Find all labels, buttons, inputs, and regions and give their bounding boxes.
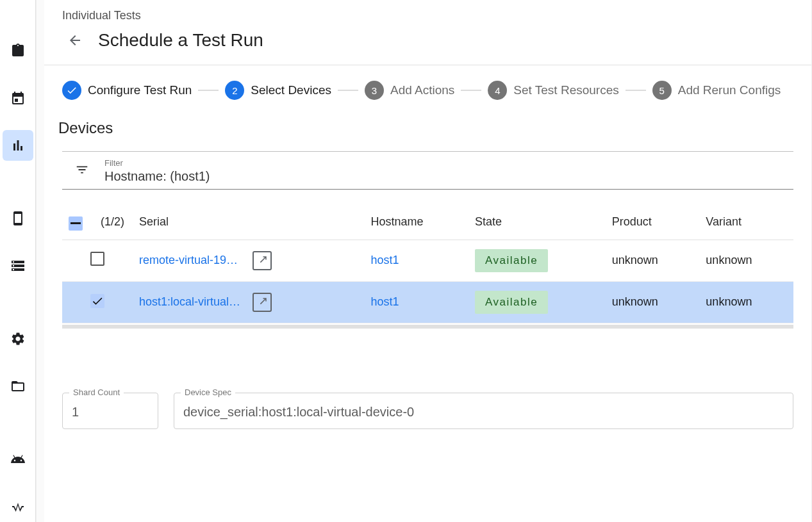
- filter-label: Filter: [104, 158, 210, 168]
- main-content: Individual Tests Schedule a Test Run Con…: [44, 0, 811, 455]
- gear-icon: [10, 331, 26, 347]
- stepper: Configure Test Run 2 Select Devices 3 Ad…: [44, 81, 811, 119]
- row-product-cell: unknown: [606, 281, 700, 323]
- sidebar-item-device[interactable]: [3, 203, 33, 234]
- row-hostname-cell: host1: [365, 240, 469, 281]
- open-in-new-icon[interactable]: [253, 251, 272, 270]
- header-variant[interactable]: Variant: [699, 205, 793, 240]
- header-state[interactable]: State: [468, 205, 606, 240]
- step-connector: [461, 90, 481, 91]
- row-serial-cell: remote-virtual-192.…: [133, 240, 365, 281]
- step-circle-done: [62, 81, 81, 100]
- check-icon: [66, 85, 78, 96]
- table-horizontal-scrollbar[interactable]: [62, 325, 793, 329]
- filter-icon: [75, 163, 89, 179]
- header-divider: [44, 65, 811, 65]
- checkbox-indeterminate-icon[interactable]: [69, 216, 83, 231]
- bottom-inputs: Shard Count 1 Device Spec device_serial:…: [44, 354, 811, 429]
- back-button[interactable]: [66, 31, 84, 49]
- row-hostname-cell: host1: [365, 281, 469, 323]
- step-set-test-resources[interactable]: 4 Set Test Resources: [488, 81, 618, 100]
- step-label: Add Actions: [390, 83, 454, 97]
- sidebar-item-storage[interactable]: [3, 250, 33, 281]
- filter-row[interactable]: Filter Hostname: (host1): [62, 151, 793, 190]
- clipboard-icon: [10, 43, 26, 58]
- row-variant-cell: unknown: [699, 281, 793, 323]
- content-scroll-wrap: Individual Tests Schedule a Test Run Con…: [36, 0, 812, 522]
- step-label: Set Test Resources: [513, 83, 618, 97]
- breadcrumb[interactable]: Individual Tests: [44, 0, 811, 28]
- folder-icon: [10, 379, 26, 394]
- state-badge: Available: [475, 291, 548, 314]
- arrow-left-icon: [67, 33, 83, 48]
- android-icon: [10, 452, 26, 467]
- step-connector: [626, 90, 646, 91]
- header-selection-count: (1/2): [94, 205, 133, 240]
- step-connector: [198, 90, 219, 91]
- serial-link[interactable]: host1:local-virtual-…: [139, 295, 242, 309]
- shard-count-value: 1: [72, 405, 79, 419]
- serial-link[interactable]: remote-virtual-192.…: [139, 254, 242, 267]
- sidebar-item-settings[interactable]: [3, 323, 33, 354]
- header-hostname[interactable]: Hostname: [365, 205, 469, 240]
- checkbox-checked-icon[interactable]: [90, 294, 104, 308]
- sidebar-item-calendar[interactable]: [3, 83, 33, 113]
- row-serial-cell: host1:local-virtual-…: [133, 281, 365, 323]
- sidebar-item-clipboard[interactable]: [3, 35, 33, 66]
- row-state-cell: Available: [468, 240, 606, 281]
- calendar-icon: [10, 90, 26, 106]
- filter-text: Filter Hostname: (host1): [104, 158, 210, 184]
- devices-section: Devices Filter Hostname: (host1) (1/2) S…: [44, 119, 811, 329]
- section-title: Devices: [58, 119, 793, 137]
- sidebar-item-analytics[interactable]: [3, 130, 33, 161]
- row-checkbox-cell[interactable]: [62, 240, 133, 281]
- step-connector: [338, 90, 358, 91]
- sidebar-item-monitor[interactable]: [3, 491, 33, 522]
- step-circle: 4: [488, 81, 507, 100]
- step-circle: 5: [652, 81, 672, 100]
- header-checkbox-cell[interactable]: [62, 205, 94, 240]
- ecg-icon: [10, 499, 26, 514]
- header-serial[interactable]: Serial: [133, 205, 365, 240]
- bar-chart-icon: [10, 138, 26, 153]
- hostname-link[interactable]: host1: [371, 295, 399, 309]
- step-label: Select Devices: [251, 83, 331, 97]
- header-product[interactable]: Product: [606, 205, 700, 240]
- open-in-new-icon[interactable]: [253, 293, 272, 312]
- sidebar: [0, 0, 36, 522]
- step-circle-active: 2: [225, 81, 244, 100]
- hostname-link[interactable]: host1: [371, 254, 399, 267]
- table-header-row: (1/2) Serial Hostname State Product Vari…: [62, 205, 793, 240]
- step-label: Add Rerun Configs: [678, 83, 781, 97]
- storage-icon: [10, 258, 26, 273]
- step-select-devices[interactable]: 2 Select Devices: [225, 81, 331, 100]
- device-spec-label: Device Spec: [181, 387, 235, 397]
- step-add-actions[interactable]: 3 Add Actions: [365, 81, 454, 100]
- devices-table: (1/2) Serial Hostname State Product Vari…: [62, 205, 793, 323]
- step-label: Configure Test Run: [88, 83, 192, 97]
- device-spec-value: device_serial:host1:local-virtual-device…: [183, 405, 414, 419]
- shard-count-input[interactable]: Shard Count 1: [62, 393, 158, 429]
- step-circle: 3: [365, 81, 384, 100]
- filter-value: Hostname: (host1): [104, 169, 210, 184]
- state-badge: Available: [475, 249, 548, 272]
- row-state-cell: Available: [468, 281, 606, 323]
- table-row[interactable]: host1:local-virtual-… host1 Available un…: [62, 281, 793, 323]
- shard-count-label: Shard Count: [69, 387, 124, 397]
- step-configure-test-run[interactable]: Configure Test Run: [62, 81, 192, 100]
- page-title: Schedule a Test Run: [98, 30, 263, 51]
- checkbox-unchecked-icon[interactable]: [90, 252, 104, 266]
- row-product-cell: unknown: [606, 240, 700, 281]
- smartphone-icon: [10, 211, 26, 226]
- row-variant-cell: unknown: [699, 240, 793, 281]
- table-row[interactable]: remote-virtual-192.… host1 Available unk…: [62, 240, 793, 281]
- sidebar-item-folder[interactable]: [3, 371, 33, 402]
- row-checkbox-cell[interactable]: [62, 281, 133, 323]
- step-add-rerun-configs[interactable]: 5 Add Rerun Configs: [652, 81, 781, 100]
- device-spec-input[interactable]: Device Spec device_serial:host1:local-vi…: [174, 393, 793, 429]
- sidebar-item-android[interactable]: [3, 444, 33, 475]
